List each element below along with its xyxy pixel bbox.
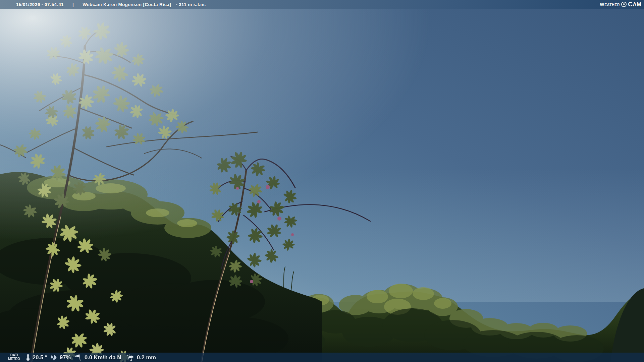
metric-precipitation: 0.2 mm xyxy=(127,353,156,362)
metric-humidity: 97% xyxy=(50,353,71,362)
windsock-icon xyxy=(74,354,83,361)
webcam-photo xyxy=(0,0,644,362)
weather-data-label: DATI METEO xyxy=(5,353,23,361)
humidity-icon xyxy=(50,354,58,361)
brand-weather-text: WEATHER xyxy=(600,2,620,7)
timestamp: 15/01/2026 - 07:54:41 xyxy=(16,2,64,7)
camera-lens-icon xyxy=(621,2,627,7)
metric-wind: 0.0 Km/h da N xyxy=(74,353,121,362)
thermometer-icon xyxy=(25,354,31,361)
brand-cam-text: CAM xyxy=(628,1,641,8)
separator: | xyxy=(72,2,74,7)
weather-data-label-line1: DATI xyxy=(5,353,23,357)
elevation: - 311 m s.l.m. xyxy=(176,2,206,7)
weathercam-logo: WEATHER CAM xyxy=(600,0,641,9)
metric-temperature: 20.5 ° xyxy=(25,353,47,362)
webcam-viewer: { "header": { "timestamp": "15/01/2026 -… xyxy=(0,0,644,362)
precipitation-value: 0.2 mm xyxy=(137,354,156,361)
top-bar: 15/01/2026 - 07:54:41 | Webcam Karen Mog… xyxy=(0,0,644,9)
temperature-value: 20.5 ° xyxy=(33,354,47,361)
sun-glare xyxy=(0,0,644,362)
wind-value: 0.0 Km/h da N xyxy=(85,354,121,361)
weather-data-label-line2: METEO xyxy=(5,357,23,361)
weather-bar: DATI METEO 20.5 ° 97% xyxy=(0,353,644,362)
humidity-value: 97% xyxy=(60,354,71,361)
webcam-title: Webcam Karen Mogensen [Costa Rica] xyxy=(83,2,171,7)
umbrella-rain-icon xyxy=(127,354,135,361)
